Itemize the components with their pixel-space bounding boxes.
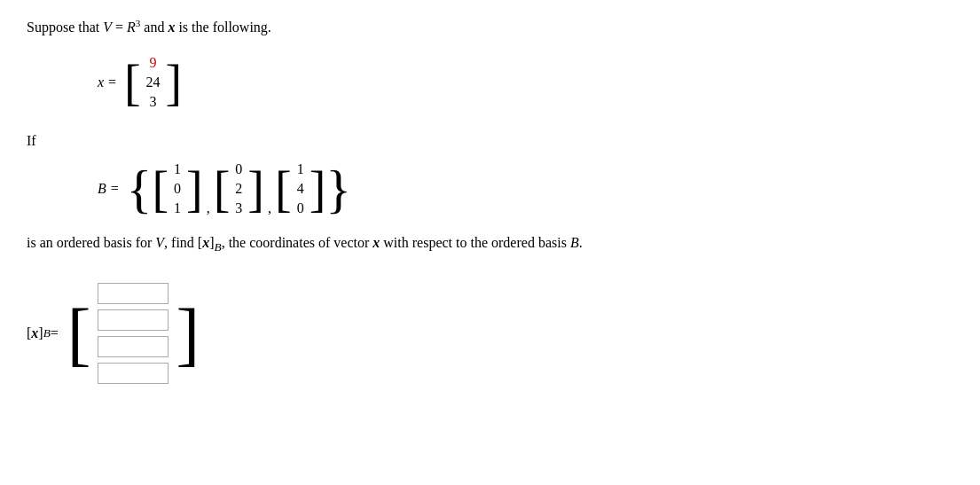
bv1-r0: 1 — [174, 160, 181, 179]
b-set-row: B = { [ 1 0 1 ] , [ 0 2 3 ] , [ — [98, 156, 953, 222]
bv2-col: 0 2 3 — [230, 156, 247, 222]
x-val-2: 3 — [150, 92, 157, 112]
header-V: V — [103, 20, 112, 35]
answer-input-3[interactable] — [98, 363, 169, 384]
answer-section: [x]B = [ ] — [27, 275, 953, 392]
bv1-left: [ — [152, 164, 169, 214]
set-brace-left: { — [127, 162, 153, 215]
basis-vec-2: [ 0 2 3 ] — [214, 156, 264, 222]
answer-input-0[interactable] — [98, 283, 169, 304]
bv2-left: [ — [214, 164, 231, 214]
bv2-r2: 3 — [235, 199, 242, 218]
header-equals: = — [112, 20, 127, 35]
obt-period: . — [579, 235, 583, 250]
x-val-1: 24 — [146, 73, 161, 92]
x-val-0: 9 — [150, 53, 157, 73]
header-text2: and — [140, 20, 168, 35]
answer-input-2[interactable] — [98, 336, 169, 357]
if-section: If — [27, 133, 953, 149]
obt-B: B — [570, 235, 579, 250]
ans-bracket-right: ] — [176, 301, 200, 365]
comma-1: , — [207, 200, 210, 222]
obt-part4: the coordinates of vector — [225, 235, 373, 250]
answer-matrix: [ ] — [67, 275, 200, 392]
bv2-r1: 2 — [235, 179, 242, 199]
ans-sub: B — [43, 326, 51, 340]
set-inner: [ 1 0 1 ] , [ 0 2 3 ] , [ 1 4 0 — [152, 156, 325, 222]
header-R: R — [127, 20, 136, 35]
bv3-r0: 1 — [297, 160, 304, 179]
bv3-right: ] — [310, 164, 326, 214]
ans-x: x — [31, 325, 38, 340]
bv1-col: 1 0 1 — [169, 156, 186, 222]
bv3-r1: 4 — [297, 179, 304, 199]
obt-x: x — [202, 235, 209, 250]
basis-vec-1: [ 1 0 1 ] — [152, 156, 202, 222]
basis-label: B = — [98, 181, 120, 197]
bracket-left: [ — [124, 58, 141, 107]
bv2-right: ] — [247, 164, 264, 214]
x-vector-bracket: [ 9 24 3 ] — [124, 50, 182, 115]
obt-V: V — [155, 235, 164, 250]
ans-equals: = — [51, 325, 59, 341]
obt-part2: , find [ — [164, 235, 202, 250]
bv1-right: ] — [186, 164, 203, 214]
x-vector-label: x = — [98, 74, 117, 90]
header-text3: is the following. — [175, 20, 270, 35]
obt-subscript: B — [215, 241, 222, 254]
bv1-r1: 0 — [174, 179, 181, 199]
header-text1: Suppose that — [27, 20, 103, 35]
bv3-r2: 0 — [297, 199, 304, 218]
ans-bracket-left: [ — [67, 301, 91, 365]
x-vector-display: x = [ 9 24 3 ] — [98, 50, 953, 115]
obt-part5: with respect to the ordered basis — [380, 235, 570, 250]
problem-header: Suppose that V = R3 and x is the followi… — [27, 18, 953, 35]
x-vector-col: 9 24 3 — [141, 50, 166, 115]
basis-vec-3: [ 1 4 0 ] — [275, 156, 325, 222]
answer-inputs — [90, 275, 176, 392]
bv3-left: [ — [275, 164, 292, 214]
answer-label: [x]B = — [27, 325, 59, 341]
set-brace-right: } — [325, 162, 351, 215]
bv1-r2: 1 — [174, 199, 181, 218]
comma-2: , — [268, 200, 271, 222]
if-label: If — [27, 133, 953, 149]
bv3-col: 1 4 0 — [292, 156, 310, 222]
bracket-right: ] — [166, 58, 183, 107]
bv2-r0: 0 — [235, 160, 242, 179]
obt-part1: is an ordered basis for — [27, 235, 155, 250]
answer-input-1[interactable] — [98, 309, 169, 331]
ordered-basis-text: is an ordered basis for V, find [x]B, th… — [27, 232, 953, 256]
